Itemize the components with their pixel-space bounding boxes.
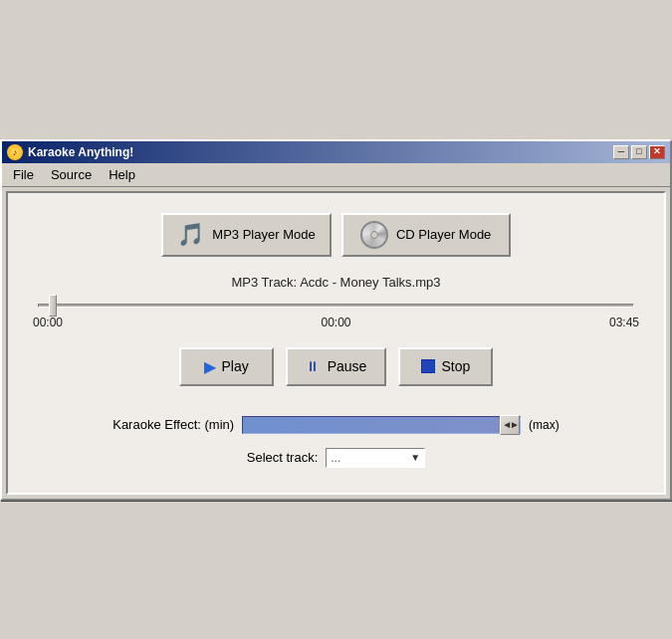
- cd-icon: [360, 221, 388, 249]
- mp3-mode-button[interactable]: 🎵 MP3 Player Mode: [161, 213, 331, 257]
- title-bar-left: ♪ Karaoke Anything!: [7, 144, 133, 160]
- play-label: Play: [222, 358, 249, 374]
- cd-mode-label: CD Player Mode: [396, 227, 491, 242]
- seek-bar-track[interactable]: [38, 304, 634, 308]
- karaoke-thumb-arrows: ◄►: [502, 419, 518, 430]
- stop-button[interactable]: Stop: [398, 347, 493, 386]
- main-window: ♪ Karaoke Anything! ─ □ ✕ File Source He…: [0, 139, 672, 501]
- pause-button[interactable]: ⏸ Pause: [286, 347, 387, 386]
- time-labels: 00:00 00:00 03:45: [33, 316, 639, 329]
- mp3-mode-label: MP3 Player Mode: [212, 227, 315, 242]
- play-button[interactable]: ▶ Play: [179, 347, 274, 386]
- track-info: MP3 Track: Acdc - Money Talks.mp3: [28, 275, 644, 290]
- select-track-row: Select track: ... ▼: [28, 448, 644, 468]
- stop-label: Stop: [441, 358, 470, 374]
- title-bar: ♪ Karaoke Anything! ─ □ ✕: [2, 141, 670, 163]
- pause-label: Pause: [328, 358, 367, 374]
- menu-file[interactable]: File: [7, 165, 40, 184]
- select-track-label: Select track:: [247, 450, 319, 465]
- karaoke-thumb[interactable]: ◄►: [500, 415, 520, 435]
- time-middle: 00:00: [321, 316, 350, 329]
- content-area: 🎵 MP3 Player Mode CD Player Mode MP3 Tra…: [6, 191, 666, 495]
- menu-source[interactable]: Source: [45, 165, 98, 184]
- select-track-dropdown[interactable]: ... ▼: [326, 448, 425, 468]
- title-buttons: ─ □ ✕: [613, 145, 665, 159]
- cd-center: [370, 231, 378, 239]
- dropdown-arrow-icon: ▼: [410, 452, 420, 463]
- window-title: Karaoke Anything!: [28, 145, 133, 159]
- karaoke-fill: [243, 417, 520, 433]
- app-icon: ♪: [7, 144, 23, 160]
- playback-controls: ▶ Play ⏸ Pause Stop: [28, 347, 644, 386]
- seek-thumb[interactable]: [49, 295, 57, 317]
- karaoke-label: Karaoke Effect: (min): [112, 417, 234, 432]
- karaoke-slider[interactable]: ◄►: [242, 416, 521, 434]
- select-track-value: ...: [331, 451, 406, 465]
- time-start: 00:00: [33, 316, 63, 329]
- cd-mode-button[interactable]: CD Player Mode: [341, 213, 511, 257]
- time-end: 03:45: [609, 316, 639, 329]
- mode-buttons-row: 🎵 MP3 Player Mode CD Player Mode: [28, 213, 644, 257]
- seek-bar-container: [38, 304, 634, 308]
- karaoke-max-label: (max): [529, 418, 560, 432]
- play-icon: ▶: [204, 357, 216, 376]
- music-note-icon: 🎵: [177, 222, 204, 248]
- maximize-button[interactable]: □: [631, 145, 647, 159]
- minimize-button[interactable]: ─: [613, 145, 629, 159]
- pause-icon: ⏸: [306, 358, 322, 374]
- menu-bar: File Source Help: [2, 163, 670, 187]
- karaoke-effect-row: Karaoke Effect: (min) ◄► (max): [28, 416, 644, 434]
- close-button[interactable]: ✕: [649, 145, 665, 159]
- stop-icon: [421, 359, 435, 373]
- menu-help[interactable]: Help: [103, 165, 141, 184]
